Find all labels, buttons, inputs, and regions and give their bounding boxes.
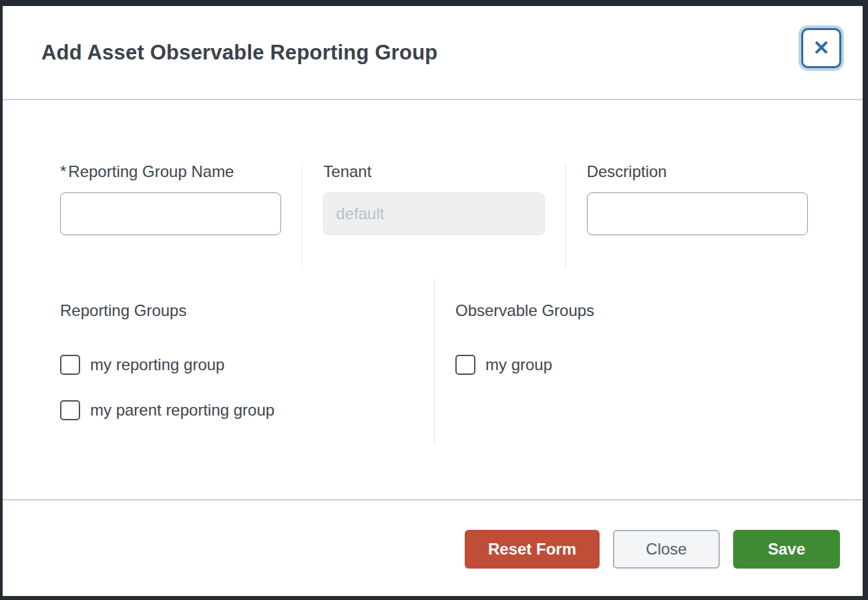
checkbox-row-my-group[interactable]: my group [455, 353, 808, 376]
checkbox-label: my reporting group [90, 355, 224, 374]
field-reporting-group-name: * Reporting Group Name [60, 162, 281, 269]
form-fields-row: * Reporting Group Name Tenant Descriptio… [60, 162, 808, 269]
dialog-header: Add Asset Observable Reporting Group ✕ [3, 6, 863, 100]
save-button[interactable]: Save [733, 530, 840, 569]
dialog-title: Add Asset Observable Reporting Group [41, 41, 437, 65]
checkbox-label: my group [485, 355, 552, 374]
field-description: Description [566, 162, 808, 269]
dialog-body: * Reporting Group Name Tenant Descriptio… [3, 100, 863, 499]
description-input[interactable] [587, 192, 808, 235]
reporting-groups-section: Reporting Groups my reporting group my p… [60, 278, 434, 444]
close-button[interactable]: Close [613, 530, 720, 569]
reset-form-button[interactable]: Reset Form [465, 530, 600, 569]
group-sections-row: Reporting Groups my reporting group my p… [60, 278, 808, 444]
reporting-group-name-input[interactable] [60, 192, 281, 235]
my-reporting-group-checkbox[interactable] [60, 355, 80, 375]
checkbox-row-my-parent-reporting-group[interactable]: my parent reporting group [60, 399, 434, 422]
reporting-groups-heading: Reporting Groups [60, 301, 434, 320]
dialog-footer: Reset Form Close Save [3, 499, 863, 596]
checkbox-label: my parent reporting group [90, 401, 274, 420]
tenant-label: Tenant [323, 162, 544, 181]
my-group-checkbox[interactable] [455, 355, 475, 375]
observable-groups-section: Observable Groups my group [434, 278, 808, 444]
required-asterisk: * [60, 162, 66, 181]
reporting-group-name-label: * Reporting Group Name [60, 162, 281, 181]
observable-groups-heading: Observable Groups [455, 301, 808, 320]
field-tenant: Tenant [302, 162, 544, 269]
close-dialog-button[interactable]: ✕ [801, 28, 841, 68]
add-asset-observable-reporting-group-dialog: Add Asset Observable Reporting Group ✕ *… [3, 6, 863, 596]
description-label: Description [587, 162, 808, 181]
checkbox-row-my-reporting-group[interactable]: my reporting group [60, 353, 434, 376]
tenant-input [323, 192, 544, 235]
my-parent-reporting-group-checkbox[interactable] [60, 400, 80, 420]
close-icon: ✕ [813, 38, 829, 58]
